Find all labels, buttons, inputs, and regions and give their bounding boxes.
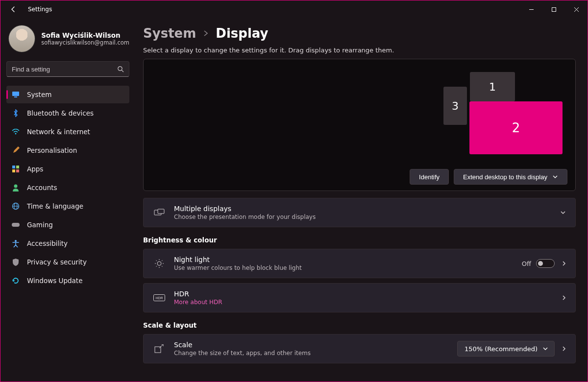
- card-subtitle: Change the size of text, apps, and other…: [174, 350, 457, 357]
- apps-icon: [11, 165, 20, 173]
- displays-icon: [152, 209, 166, 216]
- sidebar-item-label: Bluetooth & devices: [27, 109, 94, 117]
- chevron-down-icon: [552, 175, 558, 179]
- card-title: HDR: [174, 290, 555, 298]
- section-scale-layout: Scale & layout: [143, 321, 576, 329]
- card-scale[interactable]: Scale Change the size of text, apps, and…: [143, 334, 576, 363]
- scale-dropdown[interactable]: 150% (Recommended): [457, 341, 555, 357]
- chevron-right-icon: [203, 30, 209, 37]
- extend-dropdown[interactable]: Extend desktop to this display: [454, 169, 567, 185]
- maximize-icon: [551, 7, 557, 12]
- sidebar-item-apps[interactable]: Apps: [6, 160, 129, 178]
- svg-rect-1: [552, 7, 556, 11]
- svg-point-16: [15, 240, 17, 242]
- chevron-right-icon: [562, 260, 566, 267]
- chevron-down-icon: [542, 347, 548, 351]
- svg-point-19: [157, 262, 161, 265]
- scale-icon: [152, 344, 166, 353]
- card-title: Multiple displays: [174, 205, 553, 213]
- svg-point-2: [118, 67, 122, 71]
- monitor-icon: [11, 90, 20, 99]
- sidebar-item-label: Windows Update: [27, 277, 82, 285]
- sidebar-item-time-language[interactable]: Time & language: [6, 197, 129, 215]
- svg-point-6: [15, 133, 17, 135]
- avatar: [8, 25, 35, 52]
- monitor-tile-1[interactable]: 1: [470, 72, 515, 101]
- card-title: Night light: [174, 256, 522, 263]
- profile-name: Sofia Wyciślik-Wilson: [41, 31, 129, 39]
- hdr-more-link[interactable]: More about HDR: [174, 299, 555, 306]
- monitor-tile-2[interactable]: 2: [469, 101, 563, 154]
- svg-rect-10: [16, 169, 19, 172]
- sidebar-item-label: Privacy & security: [27, 258, 87, 266]
- sidebar-item-bluetooth[interactable]: Bluetooth & devices: [6, 104, 129, 122]
- svg-line-24: [156, 261, 157, 262]
- identify-button[interactable]: Identify: [410, 169, 449, 185]
- close-button[interactable]: [565, 0, 588, 18]
- page-intro: Select a display to change the settings …: [143, 47, 576, 54]
- search-input[interactable]: [12, 66, 117, 73]
- svg-rect-7: [12, 166, 15, 168]
- sidebar-item-label: Personalisation: [27, 146, 77, 154]
- svg-line-26: [162, 261, 163, 262]
- display-arranger: 1 3 2 Identify Extend desktop to this di…: [143, 59, 576, 191]
- card-subtitle: Use warmer colours to help block blue li…: [174, 264, 522, 271]
- gamepad-icon: [11, 220, 20, 229]
- profile-block[interactable]: Sofia Wyciślik-Wilson sofiawycislikwilso…: [6, 25, 129, 52]
- extend-dropdown-label: Extend desktop to this display: [463, 173, 547, 181]
- sidebar-item-accessibility[interactable]: Accessibility: [6, 235, 129, 252]
- search-box[interactable]: [6, 61, 129, 77]
- card-multiple-displays[interactable]: Multiple displays Choose the presentatio…: [143, 198, 576, 227]
- svg-rect-8: [16, 166, 19, 168]
- night-light-state: Off: [522, 260, 531, 267]
- minimize-icon: [529, 7, 534, 12]
- breadcrumb: System Display: [143, 23, 576, 41]
- profile-email: sofiawycislikwilson@gmail.com: [41, 39, 129, 46]
- sidebar-item-label: Network & internet: [27, 128, 90, 136]
- brush-icon: [11, 146, 20, 155]
- person-icon: [11, 183, 20, 192]
- chevron-right-icon: [562, 345, 566, 352]
- arrow-left-icon: [9, 5, 17, 13]
- sidebar-item-label: Apps: [27, 165, 43, 173]
- card-subtitle: Choose the presentation mode for your di…: [174, 214, 553, 220]
- svg-rect-4: [12, 92, 19, 96]
- minimize-button[interactable]: [520, 0, 542, 18]
- svg-rect-18: [158, 209, 164, 214]
- monitor-tile-3[interactable]: 3: [443, 87, 467, 125]
- sidebar-item-label: Time & language: [27, 202, 83, 210]
- globe-icon: [11, 202, 20, 211]
- accessibility-icon: [11, 239, 20, 248]
- chevron-down-icon: [560, 210, 566, 215]
- svg-rect-5: [14, 96, 17, 97]
- night-light-toggle[interactable]: [536, 259, 555, 268]
- sidebar-item-accounts[interactable]: Accounts: [6, 179, 129, 196]
- sidebar-item-label: Gaming: [27, 221, 53, 229]
- sidebar-item-personalisation[interactable]: Personalisation: [6, 142, 129, 159]
- night-light-icon: [152, 259, 166, 268]
- bluetooth-icon: [11, 109, 20, 118]
- breadcrumb-parent[interactable]: System: [143, 26, 196, 41]
- back-button[interactable]: [5, 1, 21, 17]
- page-title: Display: [216, 26, 268, 41]
- sidebar-item-privacy[interactable]: Privacy & security: [6, 253, 129, 271]
- sidebar-item-label: Accounts: [27, 184, 57, 191]
- search-icon: [117, 66, 124, 72]
- sidebar-item-network[interactable]: Network & internet: [6, 123, 129, 141]
- svg-rect-9: [12, 169, 15, 172]
- svg-rect-15: [12, 223, 20, 227]
- maximize-button[interactable]: [542, 0, 565, 18]
- svg-text:HDR: HDR: [155, 296, 163, 300]
- sidebar-item-system[interactable]: System: [6, 86, 129, 103]
- chevron-right-icon: [562, 294, 566, 301]
- shield-icon: [11, 258, 20, 266]
- sidebar-item-windows-update[interactable]: Windows Update: [6, 272, 129, 289]
- svg-point-11: [14, 185, 18, 188]
- sidebar-item-gaming[interactable]: Gaming: [6, 216, 129, 234]
- hdr-icon: HDR: [152, 294, 166, 301]
- svg-line-27: [156, 266, 157, 267]
- sidebar-item-label: System: [27, 91, 51, 98]
- card-night-light[interactable]: Night light Use warmer colours to help b…: [143, 249, 576, 278]
- card-hdr[interactable]: HDR HDR More about HDR: [143, 283, 576, 312]
- app-title: Settings: [28, 6, 52, 13]
